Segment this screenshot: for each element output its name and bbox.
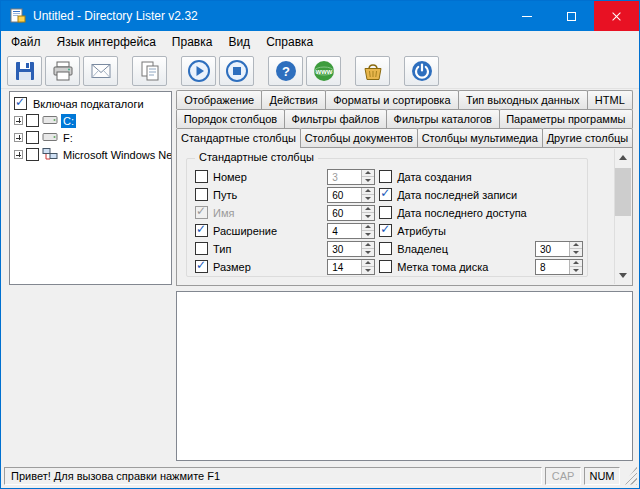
tab-directory-filters[interactable]: Фильтры каталогов <box>386 109 500 128</box>
path-spinner[interactable]: 60 <box>327 187 375 203</box>
tab-row-2: Порядок столбцов Фильтры файлов Фильтры … <box>176 109 633 128</box>
network-label[interactable]: Microsoft Windows Network <box>61 148 172 162</box>
scrollbar-track[interactable] <box>615 166 631 267</box>
spin-up-icon[interactable] <box>362 242 374 250</box>
type-checkbox[interactable] <box>195 242 208 255</box>
extension-spinner[interactable]: 4 <box>327 223 375 239</box>
menu-view[interactable]: Вид <box>220 32 258 52</box>
option-row: Имя 60 <box>195 204 375 221</box>
tab-program-options[interactable]: Параметры программы <box>499 109 634 128</box>
spin-up-icon[interactable] <box>570 242 582 250</box>
name-spinner[interactable]: 60 <box>327 205 375 221</box>
name-checkbox <box>195 206 208 219</box>
print-button[interactable] <box>45 56 80 86</box>
option-row: Путь 60 <box>195 186 375 203</box>
copy-button[interactable] <box>132 56 167 86</box>
tab-column-order[interactable]: Порядок столбцов <box>176 109 285 128</box>
drive-c-checkbox[interactable] <box>26 114 39 127</box>
tree-item-drive-f[interactable]: F: <box>12 129 169 146</box>
spin-up-icon[interactable] <box>362 260 374 268</box>
owner-checkbox[interactable] <box>379 242 392 255</box>
drive-c-label[interactable]: C: <box>61 114 76 128</box>
menu-edit[interactable]: Правка <box>164 32 221 52</box>
spin-up-icon[interactable] <box>362 224 374 232</box>
expand-icon[interactable] <box>14 133 23 142</box>
exit-button[interactable] <box>404 56 439 86</box>
option-row: Владелец 30 <box>379 240 583 257</box>
attributes-checkbox[interactable] <box>379 224 392 237</box>
spin-down-icon[interactable] <box>362 213 374 220</box>
help-button[interactable]: ? <box>268 56 303 86</box>
tab-display[interactable]: Отображение <box>176 90 262 109</box>
type-spinner[interactable]: 30 <box>327 241 375 257</box>
menu-language[interactable]: Язык интерфейса <box>49 32 164 52</box>
date-created-checkbox[interactable] <box>379 170 392 183</box>
spin-down-icon[interactable] <box>570 267 582 274</box>
option-row: Атрибуты <box>379 222 583 239</box>
email-button[interactable] <box>83 56 118 86</box>
include-subdirs-checkbox[interactable] <box>14 97 27 110</box>
spin-down-icon[interactable] <box>570 249 582 256</box>
generate-button[interactable] <box>181 56 216 86</box>
number-checkbox[interactable] <box>195 170 208 183</box>
tab-multimedia-columns[interactable]: Столбцы мультимедиа <box>417 128 543 147</box>
tree-item-network[interactable]: Microsoft Windows Network <box>12 146 169 163</box>
spin-down-icon[interactable] <box>362 195 374 202</box>
svg-text:www: www <box>314 68 332 75</box>
tree-item-drive-c[interactable]: C: <box>12 112 169 129</box>
volume-label-checkbox[interactable] <box>379 260 392 273</box>
tab-actions[interactable]: Действия <box>261 90 326 109</box>
svg-text:?: ? <box>282 64 290 79</box>
tab-file-filters[interactable]: Фильтры файлов <box>284 109 387 128</box>
number-spinner[interactable]: 3 <box>327 169 375 185</box>
drive-f-checkbox[interactable] <box>26 131 39 144</box>
scroll-up-button[interactable] <box>615 149 631 166</box>
path-checkbox[interactable] <box>195 188 208 201</box>
network-checkbox[interactable] <box>26 148 39 161</box>
date-modified-label: Дата последней записи <box>397 189 517 201</box>
expand-icon[interactable] <box>14 116 23 125</box>
spin-up-icon[interactable] <box>362 206 374 214</box>
resize-grip[interactable] <box>623 467 637 485</box>
tab-formats-sorting[interactable]: Форматы и сортировка <box>325 90 459 109</box>
tab-other-columns[interactable]: Другие столбцы <box>542 128 633 147</box>
spin-up-icon[interactable] <box>570 260 582 268</box>
tab-output-type[interactable]: Тип выходных данных <box>458 90 588 109</box>
drive-f-label[interactable]: F: <box>61 131 75 145</box>
printer-icon <box>51 59 75 83</box>
expand-icon[interactable] <box>14 150 23 159</box>
help-icon: ? <box>274 59 298 83</box>
donate-button[interactable] <box>355 56 390 86</box>
spin-up-icon[interactable] <box>362 170 374 178</box>
tab-html[interactable]: HTML <box>587 90 633 109</box>
close-button[interactable] <box>594 1 639 31</box>
options-scrollbar[interactable] <box>614 149 631 284</box>
size-checkbox[interactable] <box>195 260 208 273</box>
tab-document-columns[interactable]: Столбцы документов <box>300 128 418 147</box>
owner-spinner[interactable]: 30 <box>535 241 583 257</box>
status-message: Привет! Для вызова справки нажмите F1 <box>4 467 542 485</box>
spin-down-icon[interactable] <box>362 231 374 238</box>
save-button[interactable] <box>7 56 42 86</box>
stop-button[interactable] <box>219 56 254 86</box>
scroll-down-button[interactable] <box>615 267 631 284</box>
volume-label-spinner[interactable]: 8 <box>535 259 583 275</box>
spin-down-icon[interactable] <box>362 249 374 256</box>
website-button[interactable]: www <box>306 56 341 86</box>
title-bar[interactable]: Untitled - Directory Lister v2.32 <box>1 1 639 31</box>
spin-down-icon[interactable] <box>362 267 374 274</box>
include-subdirs-row[interactable]: Включая подкаталоги <box>12 95 169 112</box>
spin-up-icon[interactable] <box>362 188 374 196</box>
stop-icon <box>225 59 249 83</box>
tab-standard-columns[interactable]: Стандартные столбцы <box>176 128 301 148</box>
size-spinner[interactable]: 14 <box>327 259 375 275</box>
extension-checkbox[interactable] <box>195 224 208 237</box>
date-accessed-checkbox[interactable] <box>379 206 392 219</box>
menu-help[interactable]: Справка <box>258 32 321 52</box>
spin-down-icon[interactable] <box>362 177 374 184</box>
maximize-button[interactable] <box>549 1 594 31</box>
scrollbar-thumb[interactable] <box>615 168 631 216</box>
menu-file[interactable]: Файл <box>3 32 49 52</box>
minimize-button[interactable] <box>504 1 549 31</box>
date-modified-checkbox[interactable] <box>379 188 392 201</box>
